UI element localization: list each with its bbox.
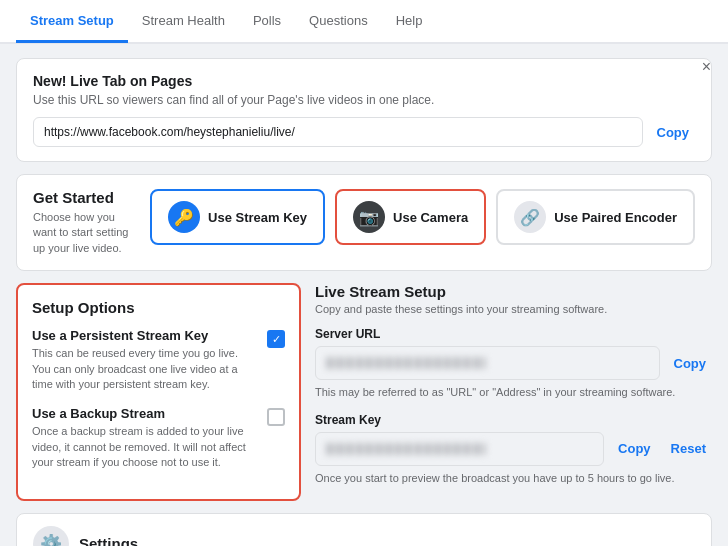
persistent-stream-key-checkbox[interactable]: ✓	[267, 330, 285, 348]
server-url-label: Server URL	[315, 327, 712, 341]
backup-stream-checkbox[interactable]	[267, 408, 285, 426]
paired-encoder-label: Use Paired Encoder	[554, 210, 677, 225]
stream-key-input[interactable]: ████████████████████████████████████████…	[315, 432, 604, 466]
stream-key-row: ████████████████████████████████████████…	[315, 432, 712, 466]
server-url-hint: This may be referred to as "URL" or "Add…	[315, 385, 712, 400]
close-button[interactable]: ×	[702, 59, 711, 75]
tab-stream-setup[interactable]: Stream Setup	[16, 1, 128, 43]
live-stream-setup-title: Live Stream Setup	[315, 283, 712, 300]
stream-key-reset-button[interactable]: Reset	[665, 437, 712, 460]
setup-options-card: Setup Options Use a Persistent Stream Ke…	[16, 283, 301, 500]
top-nav: Stream Setup Stream Health Polls Questio…	[0, 0, 728, 44]
bottom-section: Setup Options Use a Persistent Stream Ke…	[16, 283, 712, 500]
tab-stream-health[interactable]: Stream Health	[128, 1, 239, 43]
get-started-card: Get Started Choose how you want to start…	[16, 174, 712, 271]
settings-row[interactable]: ⚙️ Settings	[16, 513, 712, 546]
camera-label: Use Camera	[393, 210, 468, 225]
banner-title: New! Live Tab on Pages	[33, 73, 695, 89]
get-started-title: Get Started	[33, 189, 138, 206]
main-content: × New! Live Tab on Pages Use this URL so…	[0, 44, 728, 546]
use-stream-key-button[interactable]: 🔑 Use Stream Key	[150, 189, 325, 245]
page-live-url-input[interactable]	[33, 117, 643, 147]
persistent-stream-key-desc: This can be reused every time you go liv…	[32, 346, 257, 392]
settings-label: Settings	[79, 535, 138, 546]
server-url-blurred: ████████████████████████████████████	[326, 357, 486, 369]
get-started-row: Get Started Choose how you want to start…	[33, 189, 695, 256]
server-url-row: ████████████████████████████████████ Cop…	[315, 346, 712, 380]
banner-copy-button[interactable]: Copy	[651, 121, 696, 144]
paired-encoder-icon: 🔗	[514, 201, 546, 233]
backup-stream-title: Use a Backup Stream	[32, 406, 257, 421]
backup-stream-option: Use a Backup Stream Once a backup stream…	[32, 406, 285, 470]
setup-options-title: Setup Options	[32, 299, 285, 316]
get-started-description: Choose how you want to start setting up …	[33, 210, 138, 256]
stream-key-label: Stream Key	[315, 413, 712, 427]
persistent-stream-key-text: Use a Persistent Stream Key This can be …	[32, 328, 257, 392]
stream-key-blurred: ████████████████████████████████████████…	[326, 443, 486, 455]
use-paired-encoder-button[interactable]: 🔗 Use Paired Encoder	[496, 189, 695, 245]
tab-polls[interactable]: Polls	[239, 1, 295, 43]
server-url-copy-button[interactable]: Copy	[668, 352, 713, 375]
stream-key-hint: Once you start to preview the broadcast …	[315, 471, 712, 486]
url-row: Copy	[33, 117, 695, 147]
persistent-stream-key-option: Use a Persistent Stream Key This can be …	[32, 328, 285, 392]
backup-stream-desc: Once a backup stream is added to your li…	[32, 424, 257, 470]
live-stream-setup: Live Stream Setup Copy and paste these s…	[315, 283, 712, 500]
live-tab-banner: × New! Live Tab on Pages Use this URL so…	[16, 58, 712, 162]
camera-icon: 📷	[353, 201, 385, 233]
server-url-input[interactable]: ████████████████████████████████████	[315, 346, 660, 380]
tab-questions[interactable]: Questions	[295, 1, 382, 43]
get-started-text: Get Started Choose how you want to start…	[33, 189, 138, 256]
gear-icon: ⚙️	[33, 526, 69, 546]
persistent-stream-key-title: Use a Persistent Stream Key	[32, 328, 257, 343]
stream-key-copy-button[interactable]: Copy	[612, 437, 657, 460]
use-camera-button[interactable]: 📷 Use Camera	[335, 189, 486, 245]
live-stream-setup-subtitle: Copy and paste these settings into your …	[315, 303, 712, 315]
banner-description: Use this URL so viewers can find all of …	[33, 93, 695, 107]
stream-options: 🔑 Use Stream Key 📷 Use Camera 🔗 Use Pair…	[150, 189, 695, 245]
tab-help[interactable]: Help	[382, 1, 437, 43]
stream-key-label: Use Stream Key	[208, 210, 307, 225]
backup-stream-text: Use a Backup Stream Once a backup stream…	[32, 406, 257, 470]
stream-key-icon: 🔑	[168, 201, 200, 233]
